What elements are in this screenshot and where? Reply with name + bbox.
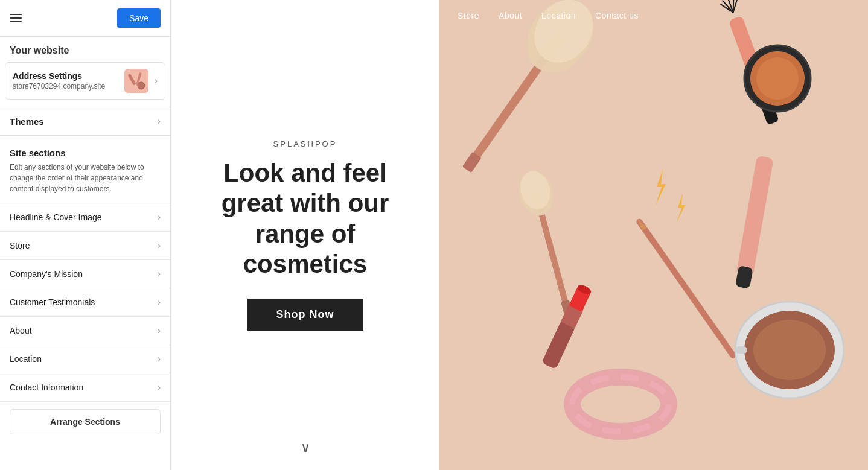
cosmetics-background — [439, 0, 868, 470]
address-thumbnail — [124, 69, 148, 93]
section-list: Headline & Cover Image › Store › Company… — [0, 203, 170, 402]
section-item-contact[interactable]: Contact Information › — [0, 373, 170, 402]
section-chevron-icon: › — [158, 325, 161, 336]
splash-label: SPLASHPOP — [273, 139, 337, 148]
nav-item-contact[interactable]: Contact us — [595, 11, 639, 21]
arrange-sections-button[interactable]: Arrange Sections — [10, 409, 161, 434]
address-settings-info: Address Settings store76703294.company.s… — [13, 71, 118, 91]
your-website-label: Your website — [0, 37, 170, 62]
section-item-store[interactable]: Store › — [0, 231, 170, 259]
nav-item-location[interactable]: Location — [541, 11, 576, 21]
hero-title: Look and feel great with our range of co… — [195, 158, 415, 280]
preview-area: SPLASHPOP Look and feel great with our r… — [171, 0, 868, 470]
section-item-label: Location — [10, 354, 42, 364]
svg-point-18 — [756, 57, 799, 100]
address-settings-title: Address Settings — [13, 71, 118, 81]
section-item-location[interactable]: Location › — [0, 345, 170, 373]
section-item-label: Customer Testimonials — [10, 297, 95, 307]
section-chevron-icon: › — [158, 240, 161, 251]
section-chevron-icon: › — [158, 297, 161, 308]
section-item-label: Headline & Cover Image — [10, 212, 102, 222]
section-chevron-icon: › — [158, 212, 161, 223]
themes-label: Themes — [10, 116, 44, 127]
section-chevron-icon: › — [158, 268, 161, 279]
section-item-about[interactable]: About › — [0, 316, 170, 345]
section-item-mission[interactable]: Company's Mission › — [0, 259, 170, 288]
svg-point-33 — [753, 320, 826, 380]
themes-row[interactable]: Themes › — [0, 107, 170, 136]
themes-chevron-icon: › — [158, 116, 161, 127]
sidebar: Save Your website Address Settings store… — [0, 0, 171, 470]
shop-now-button[interactable]: Shop Now — [247, 299, 363, 331]
hamburger-icon[interactable] — [10, 14, 22, 22]
address-settings-card[interactable]: Address Settings store76703294.company.s… — [5, 62, 165, 100]
svg-rect-0 — [124, 69, 148, 93]
svg-rect-34 — [735, 346, 747, 354]
section-item-label: About — [10, 326, 32, 335]
section-item-label: Contact Information — [10, 383, 83, 392]
sidebar-header: Save — [0, 0, 170, 37]
address-settings-chevron-icon: › — [155, 75, 158, 86]
nav-item-about[interactable]: About — [499, 11, 522, 21]
preview-nav: Store About Location Contact us — [439, 0, 868, 31]
main-content: SPLASHPOP Look and feel great with our r… — [171, 0, 868, 470]
preview-left: SPLASHPOP Look and feel great with our r… — [171, 0, 439, 470]
section-item-testimonials[interactable]: Customer Testimonials › — [0, 288, 170, 316]
nav-item-store[interactable]: Store — [458, 11, 479, 21]
site-sections-description: Edit any sections of your website below … — [10, 162, 161, 194]
section-item-label: Company's Mission — [10, 269, 83, 279]
svg-point-3 — [138, 82, 145, 89]
scroll-down-icon[interactable]: ∨ — [301, 440, 310, 456]
site-sections-title: Site sections — [10, 148, 161, 158]
save-button[interactable]: Save — [117, 8, 161, 28]
site-sections-header: Site sections Edit any sections of your … — [0, 138, 170, 198]
preview-right: Store About Location Contact us — [439, 0, 868, 470]
section-chevron-icon: › — [158, 382, 161, 393]
section-item-label: Store — [10, 241, 30, 250]
address-settings-url: store76703294.company.site — [13, 82, 118, 91]
section-chevron-icon: › — [158, 354, 161, 364]
section-item-headline[interactable]: Headline & Cover Image › — [0, 203, 170, 231]
